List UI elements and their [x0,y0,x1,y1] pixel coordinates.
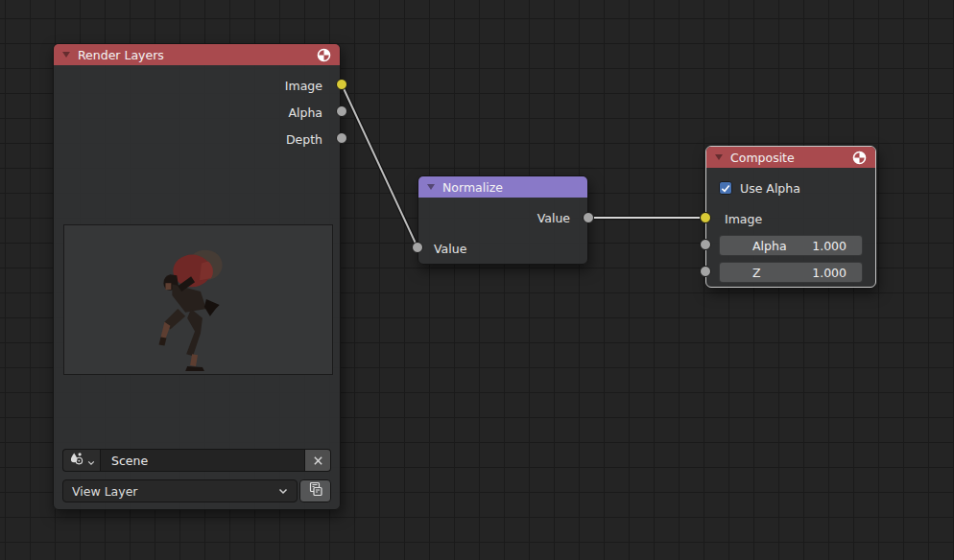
render-layers-node[interactable]: Render Layers Image Alpha Depth [53,43,341,510]
collapse-arrow-icon[interactable] [427,184,435,190]
output-row: Value [418,204,587,231]
scene-browse-button[interactable] [62,449,100,472]
use-alpha-row: Use Alpha [706,175,875,201]
node-title: Composite [730,151,845,165]
socket-render-layers-image-output[interactable] [336,79,347,90]
normalize-node[interactable]: Normalize Value Value [417,175,588,265]
node-title: Normalize [442,180,579,195]
socket-composite-z-input[interactable] [700,266,711,277]
render-layers-header[interactable]: Render Layers [54,44,340,65]
node-link[interactable] [342,84,417,247]
use-alpha-label: Use Alpha [740,181,800,196]
normalize-header[interactable]: Normalize [418,176,587,198]
scene-name-value: Scene [111,454,148,468]
field-value: 1.000 [812,239,847,253]
view-layer-row: View Layer [62,479,331,502]
collapse-arrow-icon[interactable] [62,52,70,58]
output-row: Image [54,72,340,99]
scene-clear-button[interactable] [305,449,331,472]
chevron-down-icon [87,452,95,470]
output-label-image: Image [285,79,322,93]
use-alpha-checkbox[interactable] [719,181,732,195]
close-icon [313,452,323,470]
output-row: Alpha [54,99,340,126]
view-layer-icon [308,481,323,501]
socket-composite-alpha-input[interactable] [700,239,711,250]
input-row: Image [706,205,875,232]
output-row: Depth [54,126,340,152]
view-layer-icon-button[interactable] [299,479,331,502]
sphere-quadrant-icon [317,48,331,62]
input-label-image: Image [725,212,762,226]
view-layer-value: View Layer [72,484,138,499]
field-value: 1.000 [812,266,847,280]
scene-selector-row: Scene [62,449,331,472]
input-row: Value [418,235,587,262]
field-label: Alpha [752,239,787,253]
scene-icon [69,452,84,470]
collapse-arrow-icon[interactable] [715,154,723,160]
alpha-value-field[interactable]: Alpha 1.000 [719,235,863,256]
composite-node[interactable]: Composite Use Alpha Image [705,146,876,288]
scene-name-field[interactable]: Scene [100,449,305,472]
chevron-down-icon [278,488,288,495]
composite-header[interactable]: Composite [706,147,875,168]
input-label-value: Value [434,242,466,256]
socket-render-layers-depth-output[interactable] [336,132,347,144]
view-layer-dropdown[interactable]: View Layer [62,479,298,502]
field-label: Z [752,266,761,280]
output-label-alpha: Alpha [288,105,322,120]
z-value-field[interactable]: Z 1.000 [719,262,863,283]
socket-render-layers-alpha-output[interactable] [336,105,347,117]
preview-image [63,224,333,375]
socket-composite-image-input[interactable] [700,212,711,223]
node-editor-canvas[interactable]: Render Layers Image Alpha Depth [0,0,954,560]
sphere-quadrant-icon [852,151,867,165]
output-label-value: Value [537,211,570,225]
checkmark-icon [721,181,730,196]
socket-normalize-value-output[interactable] [583,212,594,223]
output-label-depth: Depth [286,132,322,147]
socket-normalize-value-input[interactable] [412,242,423,253]
node-title: Render Layers [78,48,309,62]
